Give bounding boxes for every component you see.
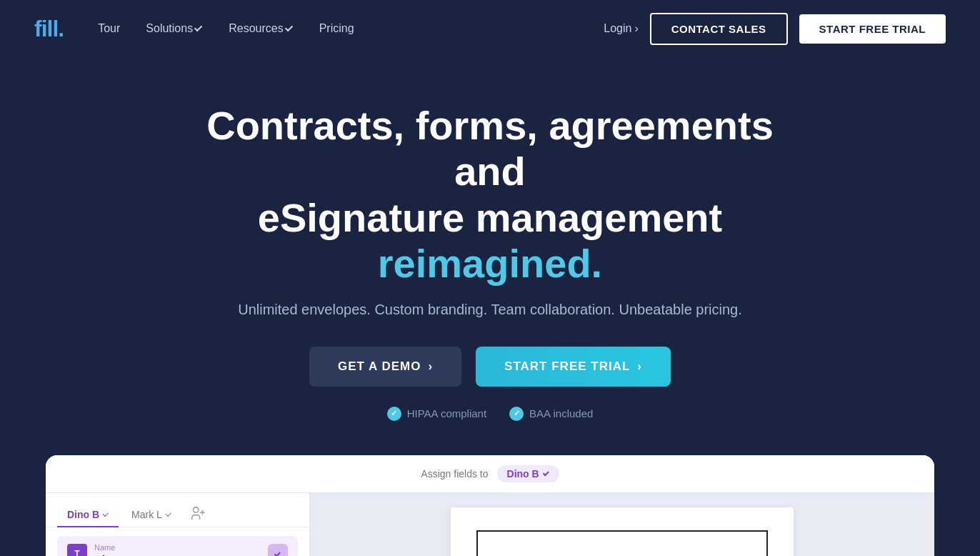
hipaa-badge: ✓ HIPAA compliant xyxy=(387,407,486,421)
hero-badges: ✓ HIPAA compliant ✓ BAA included xyxy=(14,407,966,421)
nav-link-solutions[interactable]: Solutions xyxy=(146,22,203,35)
start-free-trial-nav-button[interactable]: START FREE TRIAL xyxy=(799,14,946,44)
name-field[interactable]: T Name Dino Brown xyxy=(57,536,298,556)
baa-badge: ✓ BAA included xyxy=(509,407,593,421)
navigation: fill. Tour Solutions Resources Pricing L… xyxy=(0,0,980,57)
nav-links: Tour Solutions Resources Pricing xyxy=(98,22,604,35)
nav-link-resources[interactable]: Resources xyxy=(229,22,293,35)
preview-document-area: LEASE AGREEMENT The landlord hereby lets… xyxy=(310,493,934,556)
chevron-down-icon xyxy=(194,24,202,31)
arrow-right-icon: › xyxy=(428,359,433,374)
start-free-trial-hero-button[interactable]: START FREE TRIAL › xyxy=(476,347,671,387)
chevron-down-icon xyxy=(165,511,171,517)
preview-content: Dino B Mark L T Name xyxy=(46,493,934,556)
field-type-icon: T xyxy=(67,544,87,556)
hero-subtitle: Unlimited envelopes. Custom branding. Te… xyxy=(14,302,966,318)
login-link[interactable]: Login › xyxy=(604,22,638,35)
document-title: LEASE AGREEMENT xyxy=(476,530,768,556)
nav-link-pricing[interactable]: Pricing xyxy=(319,22,354,35)
logo[interactable]: fill. xyxy=(34,16,64,42)
svg-point-0 xyxy=(193,507,198,512)
check-icon: ✓ xyxy=(387,407,401,421)
hero-buttons: GET A DEMO › START FREE TRIAL › xyxy=(14,347,966,387)
chevron-down-icon xyxy=(103,511,109,517)
field-label: Name xyxy=(94,543,154,552)
chevron-down-icon xyxy=(285,24,293,31)
assign-label: Assign fields to xyxy=(421,468,488,480)
contact-sales-button[interactable]: CONTACT SALES xyxy=(650,13,788,45)
assign-person-pill[interactable]: Dino B xyxy=(497,465,559,482)
sidebar-tab-mark[interactable]: Mark L xyxy=(121,503,181,527)
nav-link-tour[interactable]: Tour xyxy=(98,22,120,35)
app-preview: Assign fields to Dino B Dino B Mark L xyxy=(46,455,934,556)
document-paper: LEASE AGREEMENT The landlord hereby lets… xyxy=(451,507,794,556)
nav-right: Login › CONTACT SALES START FREE TRIAL xyxy=(604,13,946,45)
field-value: Dino Brown xyxy=(94,553,154,556)
check-icon: ✓ xyxy=(509,407,524,421)
hero-title: Contracts, forms, agreements and eSignat… xyxy=(169,103,811,287)
sidebar-tab-dino[interactable]: Dino B xyxy=(57,503,119,527)
hero-section: Contracts, forms, agreements and eSignat… xyxy=(0,57,980,455)
field-dropdown-icon[interactable] xyxy=(268,544,288,556)
preview-sidebar: Dino B Mark L T Name xyxy=(46,493,310,556)
chevron-down-icon xyxy=(542,470,549,476)
sidebar-tabs: Dino B Mark L xyxy=(46,493,309,527)
preview-top-bar: Assign fields to Dino B xyxy=(46,455,934,493)
add-person-icon[interactable] xyxy=(190,505,206,525)
arrow-right-icon: › xyxy=(637,359,642,374)
get-demo-button[interactable]: GET A DEMO › xyxy=(309,347,461,387)
